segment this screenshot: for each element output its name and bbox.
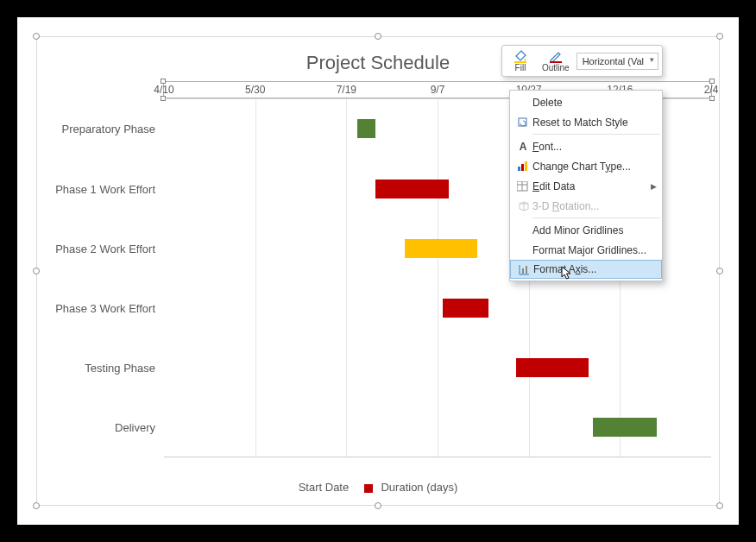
axis-selector-dropdown[interactable]: Horizontal (Val [576, 53, 658, 70]
svg-rect-12 [526, 266, 527, 274]
outline-button[interactable]: Outline [537, 48, 575, 73]
context-menu: Delete Reset to Match Style A Font... Ch… [509, 90, 663, 281]
outline-label: Outline [542, 63, 570, 72]
legend-entry-start: Start Date [299, 481, 350, 494]
gridline [438, 99, 438, 457]
chart-canvas: Project Schedule 4/105/307/199/710/2712/… [17, 17, 739, 525]
menu-label: Format Major Gridlines... [532, 244, 646, 256]
menu-edit-data[interactable]: Edit Data ▶ [510, 176, 662, 196]
selection-handle[interactable] [716, 268, 723, 274]
fill-label: Fill [515, 63, 526, 72]
menu-separator [532, 217, 660, 218]
axis-icon [514, 262, 533, 277]
menu-format-axis[interactable]: Format Axis... [510, 260, 662, 279]
category-label: Delivery [39, 420, 164, 433]
cube-icon [513, 199, 532, 214]
selection-handle[interactable] [33, 33, 40, 40]
category-label: Phase 3 Work Effort [39, 301, 164, 314]
legend-entry-duration: Duration (days) [381, 481, 457, 494]
menu-font[interactable]: A Font... [510, 136, 662, 156]
gantt-bar[interactable] [443, 299, 488, 318]
svg-rect-5 [525, 161, 527, 171]
menu-3d-rotation: 3-D Rotation... [510, 196, 662, 216]
blank-icon [513, 95, 532, 110]
reset-icon [513, 115, 532, 130]
category-label: Phase 1 Work Effort [39, 182, 164, 195]
menu-label: Edit Data [532, 180, 575, 192]
gantt-bar[interactable] [516, 358, 589, 377]
legend-swatch-duration [364, 484, 373, 493]
pencil-outline-icon [548, 49, 564, 63]
svg-rect-4 [521, 164, 524, 171]
blank-icon [513, 243, 532, 258]
selection-handle[interactable] [33, 268, 40, 274]
menu-format-major-gridlines[interactable]: Format Major Gridlines... [510, 240, 662, 260]
edit-data-icon [513, 179, 532, 194]
selection-handle[interactable] [375, 33, 381, 40]
menu-label: Change Chart Type... [532, 161, 631, 173]
selection-handle[interactable] [375, 502, 381, 509]
mini-toolbar: Fill Outline Horizontal (Val [501, 45, 663, 77]
gantt-bar[interactable] [593, 418, 657, 437]
category-label: Phase 2 Work Effort [39, 242, 164, 255]
submenu-arrow-icon: ▶ [651, 182, 657, 191]
menu-delete[interactable]: Delete [510, 92, 662, 112]
chart-type-icon [513, 159, 532, 174]
menu-separator [532, 134, 660, 135]
x-tick-label: 4/10 [154, 84, 173, 96]
paint-bucket-icon [513, 49, 528, 63]
menu-reset-style[interactable]: Reset to Match Style [510, 112, 662, 132]
x-tick-label: 7/19 [337, 84, 356, 96]
menu-label: 3-D Rotation... [532, 200, 599, 212]
blank-icon [513, 223, 532, 238]
font-icon: A [513, 139, 532, 154]
gantt-bar[interactable] [405, 239, 478, 258]
menu-change-chart-type[interactable]: Change Chart Type... [510, 156, 662, 176]
menu-label: Delete [532, 97, 563, 109]
svg-rect-11 [522, 268, 524, 274]
selection-handle[interactable] [716, 502, 723, 509]
x-tick-label: 9/7 [431, 84, 445, 96]
menu-label: Add Minor Gridlines [532, 224, 623, 236]
svg-rect-3 [518, 167, 520, 171]
x-tick-label: 5/30 [245, 84, 265, 96]
gridline [255, 99, 256, 457]
category-label: Preparatory Phase [39, 123, 164, 136]
gridline [346, 99, 347, 457]
menu-label: Font... [532, 141, 562, 153]
menu-label: Reset to Match Style [532, 117, 628, 129]
selection-handle[interactable] [33, 502, 40, 509]
menu-label: Format Axis... [533, 263, 596, 275]
fill-button[interactable]: Fill [506, 48, 535, 73]
x-tick-label: 2/4 [704, 84, 719, 96]
legend[interactable]: Start Date Duration (days) [17, 481, 739, 494]
gantt-bar[interactable] [357, 119, 375, 138]
gantt-bar[interactable] [375, 180, 449, 199]
menu-add-minor-gridlines[interactable]: Add Minor Gridlines [510, 220, 662, 240]
selection-handle[interactable] [716, 33, 723, 40]
category-label: Testing Phase [39, 361, 164, 374]
